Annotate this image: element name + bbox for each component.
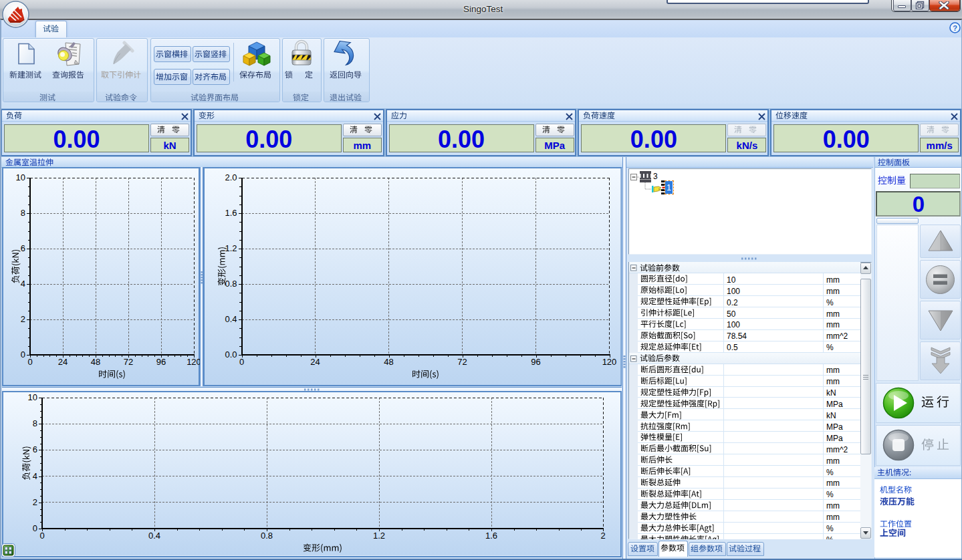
svg-text:6: 6 — [33, 444, 37, 454]
svg-text:24: 24 — [58, 357, 68, 367]
svg-text:2: 2 — [21, 314, 25, 324]
svg-text:0: 0 — [39, 531, 44, 541]
svg-text:?: ? — [953, 24, 957, 32]
svg-text:0.8: 0.8 — [225, 279, 237, 289]
svg-text:10: 10 — [16, 172, 25, 182]
svg-text:10: 10 — [28, 392, 37, 402]
svg-text:2.0: 2.0 — [225, 172, 237, 182]
svg-text:0: 0 — [239, 357, 243, 367]
svg-text:4: 4 — [21, 279, 25, 289]
svg-text:6: 6 — [21, 243, 25, 253]
svg-text:4: 4 — [33, 471, 37, 481]
svg-text:2: 2 — [33, 497, 37, 507]
svg-text:2: 2 — [600, 531, 605, 541]
svg-text:0: 0 — [21, 349, 25, 360]
svg-text:0.4: 0.4 — [225, 314, 237, 324]
svg-text:48: 48 — [91, 357, 100, 367]
svg-text:72: 72 — [124, 357, 133, 367]
svg-text:0.8: 0.8 — [261, 531, 273, 541]
svg-text:24: 24 — [310, 357, 320, 367]
svg-text:120: 120 — [187, 357, 201, 367]
svg-text:0.4: 0.4 — [148, 531, 160, 541]
svg-text:8: 8 — [33, 418, 37, 428]
svg-text:48: 48 — [384, 357, 393, 367]
svg-text:8: 8 — [21, 208, 25, 218]
svg-text:96: 96 — [156, 357, 166, 367]
svg-text:1.6: 1.6 — [485, 531, 497, 541]
svg-text:96: 96 — [531, 357, 540, 367]
svg-text:1.2: 1.2 — [373, 531, 385, 541]
svg-text:1.2: 1.2 — [225, 243, 237, 253]
svg-text:0: 0 — [27, 357, 32, 367]
svg-text:120: 120 — [602, 357, 616, 367]
svg-text:0: 0 — [33, 523, 37, 533]
svg-text:1.6: 1.6 — [225, 208, 237, 218]
svg-text:72: 72 — [457, 357, 467, 367]
svg-text:0.0: 0.0 — [225, 349, 237, 360]
